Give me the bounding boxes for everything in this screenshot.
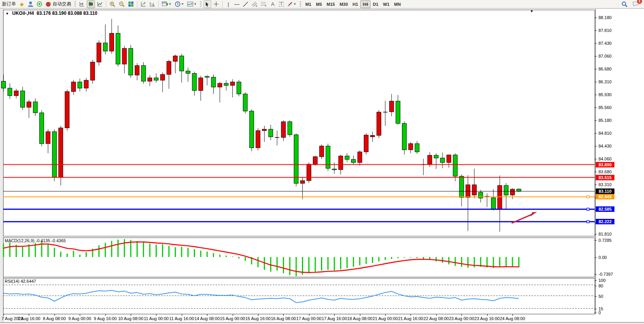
price-tick-label: 88.180 [598,15,612,20]
axis-tick [595,159,597,159]
axis-tick [595,309,597,309]
date-tick [462,314,462,316]
date-tick [487,314,488,316]
axis-tick [595,18,597,18]
date-label: 15 Aug 16:00 [246,316,271,321]
date-tick [512,314,513,316]
chart-shift-marker[interactable]: ▼ [530,9,533,13]
axis-tick [595,172,597,172]
date-tick [411,314,411,316]
macd-tick-label: 0.7285 [598,238,612,243]
axis-tick [595,240,597,241]
price-badge-support-blue-lower: 82.222 [596,219,614,224]
date-label: 21 Aug 00:00 [373,316,398,321]
price-tick-label: 83.310 [598,182,612,187]
symbol-period-label: UKOil-,H4 [12,11,34,16]
chart-canvas[interactable] [0,0,644,324]
macd-label: MACD(12,26,9) -0.4135 -0.4365 [5,238,66,243]
date-tick [131,314,131,316]
rsi-label: RSI(14) 42.6447 [5,279,36,284]
axis-tick [595,30,597,31]
macd-layer [4,239,519,276]
price-badge-resistance-upper: 83.890 [596,162,614,167]
axis-tick [595,286,597,286]
axis-tick [595,56,597,56]
price-tick-label: 84.810 [598,131,612,136]
price-tick-label: 85.180 [598,118,612,123]
date-tick [360,314,360,316]
date-tick [334,314,335,316]
axis-tick [595,280,597,281]
hline-handle [587,208,589,210]
date-label: 17 Aug 00:00 [296,316,321,321]
date-tick [105,314,106,316]
axis-tick [595,185,597,185]
date-label: 9 Aug 16:00 [94,316,117,321]
hline-handle [587,195,589,198]
date-tick [283,314,284,316]
date-tick [182,314,182,316]
rsi-tick-label: 100 [598,278,605,283]
chart-title: ▼ UKOil-,H4 83.176 83.190 83.088 83.110 [5,11,97,16]
date-tick [309,314,309,316]
date-label: 10 Aug 08:00 [118,316,144,321]
axis-tick [595,43,597,44]
axis-tick [595,82,597,82]
rsi-tick-label: 80 [598,284,603,288]
macd-tick-label: 0.00 [598,255,607,260]
hline-handle [587,220,589,223]
price-tick-label: 86.680 [598,67,612,71]
date-label: 15 Aug 00:00 [220,316,245,321]
mt4-window: 新订单 ◆ 自动交易 [0,0,644,324]
price-tick-label: 87.430 [598,41,612,46]
date-label: 16 Aug 08:00 [271,316,296,321]
price-tick-label: 87.060 [598,54,612,58]
axis-tick [595,120,597,121]
price-badge-resistance-lower: 83.515 [596,175,614,180]
price-tick-label: 85.930 [598,92,612,97]
rsi-tick-label: 0 [598,310,601,315]
price-tick-label: 83.680 [598,169,612,174]
date-tick [80,314,80,316]
date-tick [436,314,437,316]
date-tick [29,314,29,316]
macd-signal-line [4,242,519,273]
price-tick-label: 81.810 [598,232,612,236]
date-label: 7 Aug 16:00 [18,316,40,321]
price-tick-label: 87.810 [598,28,612,33]
ohlc-values: 83.176 83.190 83.088 83.110 [37,11,97,16]
axis-tick [595,257,597,258]
axis-tick [595,234,597,234]
price-tick-label: 84.060 [598,157,612,161]
date-tick [54,314,55,316]
date-label: 18 Aug 08:00 [347,316,372,321]
date-label: 24 Aug 08:00 [500,316,525,321]
price-tick-label: 86.310 [598,79,612,84]
date-tick [207,314,207,316]
date-tick [4,314,4,316]
date-label: 22 Aug 08:00 [423,316,449,321]
macd-tick-label: -0.7397 [598,272,613,276]
date-label: 17 Aug 16:00 [322,316,347,321]
date-label: 23 Aug 00:00 [449,316,474,321]
price-tick-label: 85.560 [598,105,612,110]
price-badge-support-orange: 82.948 [596,194,614,199]
price-tick-label: 84.430 [598,144,612,148]
date-tick [156,314,156,316]
chevron-down-icon[interactable]: ▼ [5,12,9,16]
date-label: 14 Aug 08:00 [195,316,220,321]
date-label: 8 Aug 08:00 [43,316,66,321]
price-badge-current-price: 83.110 [596,188,614,194]
date-label: 21 Aug 16:00 [398,316,423,321]
axis-tick [595,146,597,146]
axis-tick [595,313,597,313]
axis-tick [595,95,597,95]
date-label: 11 Aug 00:00 [144,316,168,321]
rsi-layer [3,285,595,308]
price-badge-support-blue-upper: 82.585 [596,206,614,212]
date-tick [233,314,233,316]
date-label: 11 Aug 16:00 [169,316,194,321]
axis-tick [595,69,597,69]
date-label: 9 Aug 00:00 [68,316,91,321]
date-tick [385,314,386,316]
